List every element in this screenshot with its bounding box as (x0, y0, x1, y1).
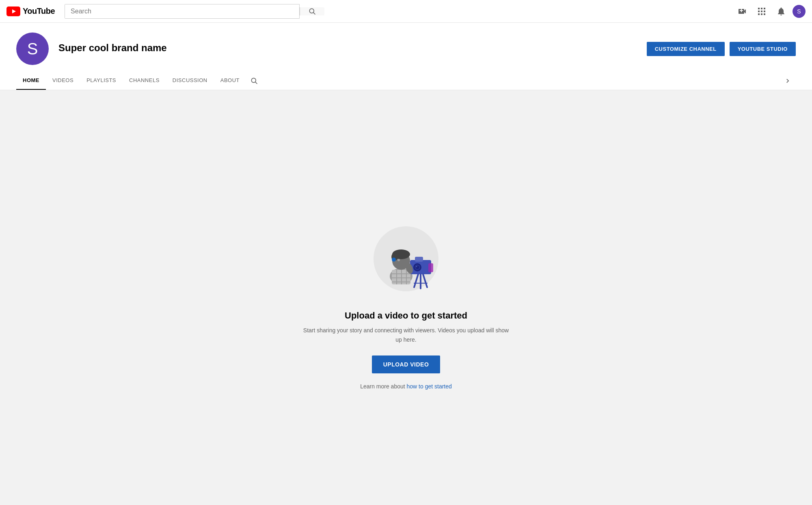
youtube-studio-button[interactable]: YOUTUBE STUDIO (730, 42, 796, 56)
svg-rect-29 (415, 257, 423, 262)
learn-more-link[interactable]: how to get started (407, 383, 452, 390)
youtube-logo-text: YouTube (23, 7, 55, 16)
youtube-logo[interactable]: YouTube (6, 7, 55, 16)
search-button[interactable] (300, 7, 324, 15)
header-actions: S (728, 3, 806, 20)
svg-rect-12 (764, 13, 765, 15)
main-content: Upload a video to get started Start shar… (0, 90, 812, 505)
svg-rect-9 (764, 11, 765, 12)
svg-rect-7 (758, 11, 760, 12)
tab-videos[interactable]: VIDEOS (46, 72, 80, 90)
channel-info: Super cool brand name (58, 42, 637, 55)
tab-channels[interactable]: CHANNELS (123, 72, 166, 90)
tab-discussion[interactable]: DISCUSSION (166, 72, 214, 90)
svg-point-40 (392, 258, 396, 262)
tab-about[interactable]: ABOUT (214, 72, 246, 90)
apps-button[interactable] (754, 3, 770, 20)
svg-point-13 (251, 78, 256, 82)
notifications-button[interactable] (773, 3, 789, 20)
search-input-wrap (65, 4, 300, 19)
nav-search-button[interactable] (246, 73, 262, 89)
upload-video-button[interactable]: UPLOAD VIDEO (372, 355, 441, 373)
svg-point-27 (397, 259, 400, 261)
svg-point-33 (416, 266, 417, 267)
empty-state-subtitle: Start sharing your story and connecting … (300, 326, 512, 344)
search-icon (308, 7, 316, 15)
svg-rect-10 (758, 13, 760, 15)
tab-playlists[interactable]: PLAYLISTS (80, 72, 123, 90)
empty-state-title: Upload a video to get started (345, 310, 467, 321)
youtube-logo-icon (6, 7, 20, 16)
svg-rect-6 (764, 8, 765, 9)
svg-rect-11 (761, 13, 762, 15)
channel-avatar: S (16, 33, 49, 65)
tab-home[interactable]: HOME (16, 72, 46, 90)
channel-header: S Super cool brand name CUSTOMIZE CHANNE… (0, 23, 812, 65)
channel-nav: HOME VIDEOS PLAYLISTS CHANNELS DISCUSSIO… (0, 72, 812, 90)
svg-line-14 (255, 82, 257, 84)
svg-rect-5 (761, 8, 762, 9)
search-bar (65, 4, 324, 19)
channel-banner: S Super cool brand name CUSTOMIZE CHANNE… (0, 23, 812, 90)
nav-more-button[interactable] (780, 73, 796, 89)
customize-channel-button[interactable]: CUSTOMIZE CHANNEL (647, 42, 725, 56)
learn-more-text: Learn more about how to get started (360, 383, 452, 390)
upload-video-button[interactable] (734, 3, 750, 20)
search-input[interactable] (65, 4, 299, 18)
svg-rect-34 (428, 263, 433, 272)
header: YouTube (0, 0, 812, 23)
svg-rect-8 (761, 11, 762, 12)
video-camera-plus-icon (737, 7, 747, 16)
empty-state-illustration (365, 216, 447, 297)
user-avatar-button[interactable]: S (793, 5, 806, 18)
channel-name: Super cool brand name (58, 42, 637, 54)
bell-icon (776, 7, 786, 16)
grid-icon (757, 7, 767, 16)
svg-point-2 (309, 9, 314, 13)
nav-search-icon (250, 77, 258, 85)
svg-line-3 (313, 12, 315, 14)
chevron-right-icon (784, 77, 792, 85)
channel-actions: CUSTOMIZE CHANNEL YOUTUBE STUDIO (647, 42, 796, 56)
svg-rect-4 (758, 8, 760, 9)
empty-state: Upload a video to get started Start shar… (300, 216, 512, 390)
